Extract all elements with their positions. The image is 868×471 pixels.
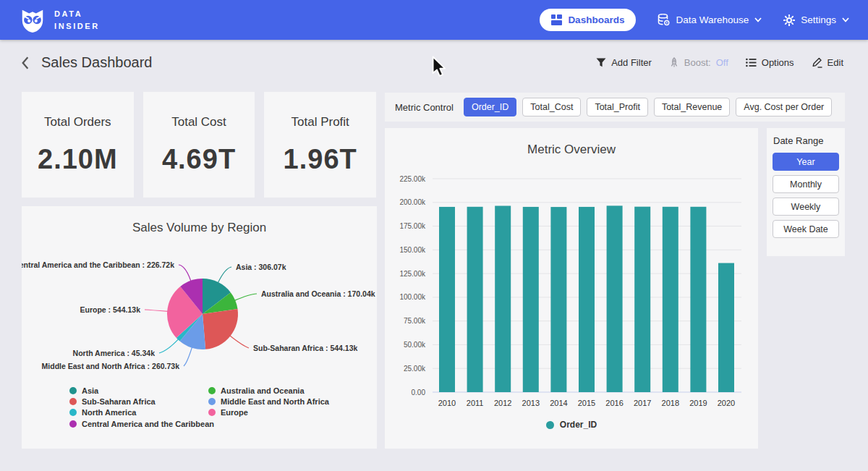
metric-button-avg-cost-per-order[interactable]: Avg. Cost per Order — [736, 98, 832, 116]
options-label: Options — [762, 57, 794, 68]
options-button[interactable]: Options — [746, 57, 794, 68]
legend-dot — [546, 421, 554, 429]
chevron-left-icon — [20, 56, 30, 70]
y-tick-label: 200.00k — [399, 198, 426, 206]
kpi-value: 1.96T — [284, 144, 357, 175]
date-range-button-monthly[interactable]: Monthly — [773, 175, 839, 193]
bar-chart-legend[interactable]: Order_ID — [385, 420, 758, 430]
pie-slice-sub-saharan-africa[interactable] — [203, 309, 238, 349]
pie-leader-line — [145, 310, 168, 311]
list-options-icon — [746, 58, 757, 67]
x-tick-label: 2018 — [662, 399, 679, 407]
edit-label: Edit — [827, 57, 843, 68]
filter-funnel-icon — [596, 58, 606, 67]
x-tick-label: 2011 — [467, 399, 484, 407]
date-range-button-year[interactable]: Year — [773, 153, 839, 171]
pie-label-australia-and-oceania: Australia and Oceania : 170.04k — [261, 289, 375, 298]
bar-chart-svg: 0.0025.00k50.00k75.00k100.00k125.00k150.… — [385, 128, 758, 449]
chevron-down-icon — [754, 17, 762, 22]
bar-2020[interactable] — [718, 263, 734, 392]
metric-button-total-revenue[interactable]: Total_Revenue — [654, 98, 730, 116]
y-tick-label: 25.00k — [404, 365, 426, 373]
bar-2017[interactable] — [634, 207, 650, 392]
app-logo: DATA INSIDER — [19, 7, 100, 34]
logo-text-line2: INSIDER — [54, 20, 100, 33]
legend-dot — [208, 398, 216, 405]
x-tick-label: 2015 — [578, 399, 595, 407]
pie-label-middle-east-and-north-africa: Middle East and North Africa : 260.73k — [42, 362, 180, 370]
legend-item-north-america[interactable]: North America — [69, 408, 136, 417]
sales-volume-card: Asia : 306.07kAustralia and Oceania : 17… — [22, 206, 377, 449]
bar-2012[interactable] — [495, 205, 511, 392]
legend-dot — [69, 387, 77, 394]
metric-button-total-profit[interactable]: Total_Profit — [587, 98, 648, 116]
kpi-row: Total Orders2.10MTotal Cost4.69TTotal Pr… — [22, 92, 376, 198]
bar-2016[interactable] — [607, 205, 623, 392]
legend-item-australia-and-oceania[interactable]: Australia and Oceania — [208, 386, 305, 395]
boost-toggle[interactable]: Boost: Off — [669, 57, 728, 68]
bar-2019[interactable] — [690, 207, 706, 392]
database-icon — [658, 14, 670, 26]
edit-button[interactable]: Edit — [812, 57, 843, 68]
pie-label-asia: Asia : 306.07k — [236, 263, 286, 271]
legend-dot — [208, 387, 216, 394]
settings-menu[interactable]: Settings — [783, 14, 849, 26]
back-button[interactable] — [20, 56, 33, 70]
legend-item-asia[interactable]: Asia — [69, 386, 98, 395]
kpi-card-total-orders: Total Orders2.10M — [22, 92, 134, 198]
metric-button-total-cost[interactable]: Total_Cost — [522, 98, 581, 116]
pie-label-sub-saharan-africa: Sub-Saharan Africa : 544.13k — [253, 344, 357, 352]
bar-2013[interactable] — [523, 207, 539, 392]
pie-leader-line — [184, 347, 192, 366]
pie-leader-line — [159, 339, 179, 353]
bar-2014[interactable] — [550, 207, 566, 392]
legend-item-middle-east-and-north-africa[interactable]: Middle East and North Africa — [208, 397, 329, 406]
mouse-cursor — [432, 56, 446, 77]
gear-icon — [783, 14, 795, 26]
bar-2011[interactable] — [467, 207, 483, 392]
dashboards-label: Dashboards — [568, 14, 624, 25]
legend-label: Europe — [221, 408, 248, 417]
metric-button-order-id[interactable]: Order_ID — [464, 98, 516, 116]
pie-leader-line — [230, 336, 249, 348]
pie-leader-line — [218, 267, 231, 283]
legend-item-central-america-and-the-caribbean[interactable]: Central America and the Caribbean — [69, 420, 214, 428]
pie-label-central-america-and-the-caribbean: Central America and the Caribbean : 226.… — [22, 260, 174, 269]
dashboards-button[interactable]: Dashboards — [540, 9, 636, 31]
metric-control-label: Metric Control — [395, 102, 454, 113]
kpi-card-total-cost: Total Cost4.69T — [143, 92, 255, 198]
y-tick-label: 150.00k — [399, 246, 426, 254]
navbar: DATA INSIDER Dashboards Data Warehouse — [0, 0, 868, 40]
rocket-icon — [669, 57, 679, 68]
legend-label: Middle East and North Africa — [221, 397, 329, 406]
legend-label: Central America and the Caribbean — [82, 420, 214, 428]
kpi-label: Total Profit — [292, 115, 349, 130]
kpi-label: Total Orders — [44, 115, 111, 130]
x-tick-label: 2013 — [522, 399, 540, 407]
data-warehouse-label: Data Warehouse — [676, 14, 749, 25]
date-range-button-weekly[interactable]: Weekly — [773, 198, 839, 216]
pie-label-europe: Europe : 544.13k — [80, 305, 141, 314]
pie-leader-line — [179, 265, 191, 281]
y-tick-label: 0.00 — [412, 389, 426, 396]
add-filter-button[interactable]: Add Filter — [596, 57, 652, 68]
date-range-buttons: YearMonthlyWeeklyWeek Date — [773, 153, 839, 238]
data-warehouse-menu[interactable]: Data Warehouse — [658, 14, 762, 26]
date-range-panel: Date Range YearMonthlyWeeklyWeek Date — [767, 128, 845, 256]
date-range-button-week-date[interactable]: Week Date — [773, 220, 839, 238]
y-tick-label: 50.00k — [404, 341, 426, 349]
kpi-card-total-profit: Total Profit1.96T — [264, 92, 376, 198]
legend-label: Order_ID — [560, 420, 597, 430]
metric-overview-card: 0.0025.00k50.00k75.00k100.00k125.00k150.… — [385, 128, 758, 449]
boost-label: Boost: — [684, 57, 711, 68]
legend-item-sub-saharan-africa[interactable]: Sub-Saharan Africa — [69, 397, 156, 406]
legend-item-europe[interactable]: Europe — [208, 408, 248, 417]
logo-text-line1: DATA — [54, 8, 100, 20]
x-tick-label: 2010 — [438, 399, 456, 407]
bar-2018[interactable] — [663, 207, 678, 392]
kpi-label: Total Cost — [171, 115, 226, 130]
bar-2015[interactable] — [579, 207, 595, 392]
bar-2010[interactable] — [439, 207, 455, 392]
kpi-value: 4.69T — [162, 144, 236, 175]
dashboards-icon — [551, 14, 562, 25]
